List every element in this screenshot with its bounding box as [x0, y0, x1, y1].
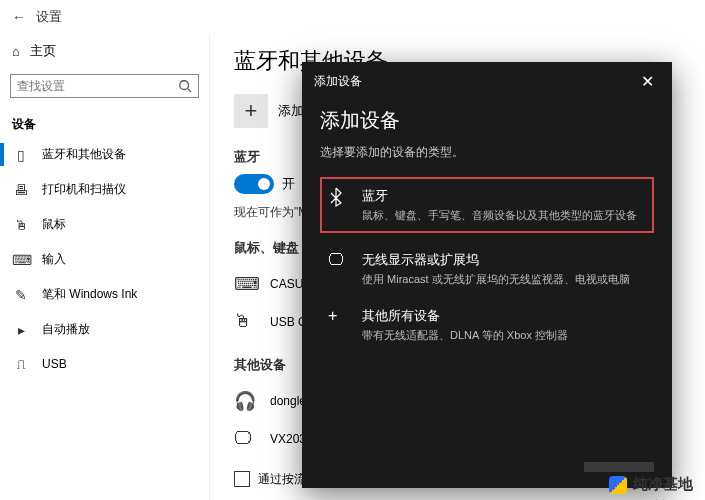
- close-button[interactable]: ✕: [635, 72, 660, 91]
- option-title: 蓝牙: [362, 187, 646, 205]
- home-link[interactable]: ⌂ 主页: [0, 34, 209, 68]
- keyboard-device-icon: ⌨: [234, 273, 262, 295]
- nav-label: USB: [42, 357, 67, 371]
- home-icon: ⌂: [12, 44, 20, 59]
- search-icon: [178, 79, 192, 93]
- toggle-state-label: 开: [282, 175, 295, 193]
- dialog-titlebar-label: 添加设备: [314, 73, 362, 90]
- autoplay-icon: ▸: [12, 322, 30, 338]
- sidebar: ⌂ 主页 设备 ▯ 蓝牙和其他设备 🖶 打印机和扫描仪 🖱 鼠标: [0, 34, 210, 500]
- bluetooth-toggle[interactable]: [234, 174, 274, 194]
- nav-mouse[interactable]: 🖱 鼠标: [0, 207, 209, 242]
- nav-usb[interactable]: ⎍ USB: [0, 347, 209, 381]
- nav-label: 打印机和扫描仪: [42, 181, 126, 198]
- nav-printers[interactable]: 🖶 打印机和扫描仪: [0, 172, 209, 207]
- dialog-subtitle: 选择要添加的设备的类型。: [320, 144, 654, 161]
- option-bluetooth[interactable]: 蓝牙 鼠标、键盘、手写笔、音频设备以及其他类型的蓝牙设备: [320, 177, 654, 233]
- pen-icon: ✎: [12, 287, 30, 303]
- mouse-device-icon: 🖱: [234, 311, 262, 332]
- window-title: 设置: [36, 8, 62, 26]
- nav-label: 鼠标: [42, 216, 66, 233]
- add-device-dialog: 添加设备 ✕ 添加设备 选择要添加的设备的类型。 蓝牙 鼠标、键盘、手写笔、音频…: [302, 62, 672, 488]
- svg-point-0: [180, 81, 189, 90]
- nav-typing[interactable]: ⌨ 输入: [0, 242, 209, 277]
- printer-icon: 🖶: [12, 182, 30, 198]
- svg-line-1: [188, 89, 192, 93]
- option-everything-else[interactable]: + 其他所有设备 带有无线适配器、DLNA 等的 Xbox 控制器: [320, 297, 654, 353]
- nav-bluetooth[interactable]: ▯ 蓝牙和其他设备: [0, 137, 209, 172]
- plus-icon: +: [328, 307, 352, 343]
- device-name: dongle: [270, 394, 306, 408]
- home-label: 主页: [30, 42, 56, 60]
- watermark: 纯净基地: [609, 475, 693, 494]
- checkbox[interactable]: [234, 471, 250, 487]
- display-icon: 🖵: [328, 251, 352, 287]
- option-title: 无线显示器或扩展坞: [362, 251, 646, 269]
- option-desc: 使用 Miracast 或无线扩展坞的无线监视器、电视或电脑: [362, 272, 646, 287]
- plus-button[interactable]: +: [234, 94, 268, 128]
- search-field[interactable]: [17, 79, 178, 93]
- headset-icon: 🎧: [234, 390, 262, 412]
- option-wireless-display[interactable]: 🖵 无线显示器或扩展坞 使用 Miracast 或无线扩展坞的无线监视器、电视或…: [320, 241, 654, 297]
- section-label: 设备: [0, 112, 209, 137]
- nav-label: 自动播放: [42, 321, 90, 338]
- bluetooth-icon: [328, 187, 352, 223]
- window-titlebar: ← 设置: [0, 0, 705, 34]
- watermark-text: 纯净基地: [633, 475, 693, 494]
- watermark-logo: [609, 476, 627, 494]
- monitor-icon: 🖵: [234, 428, 262, 449]
- search-input[interactable]: [10, 74, 199, 98]
- dialog-titlebar: 添加设备 ✕: [302, 62, 672, 101]
- nav-pen[interactable]: ✎ 笔和 Windows Ink: [0, 277, 209, 312]
- mouse-icon: 🖱: [12, 217, 30, 233]
- nav-autoplay[interactable]: ▸ 自动播放: [0, 312, 209, 347]
- back-icon[interactable]: ←: [12, 9, 26, 25]
- option-title: 其他所有设备: [362, 307, 646, 325]
- nav-label: 输入: [42, 251, 66, 268]
- bluetooth-icon: ▯: [12, 147, 30, 163]
- keyboard-icon: ⌨: [12, 252, 30, 268]
- nav-label: 笔和 Windows Ink: [42, 286, 137, 303]
- nav-label: 蓝牙和其他设备: [42, 146, 126, 163]
- dialog-title: 添加设备: [320, 107, 654, 134]
- usb-icon: ⎍: [12, 356, 30, 372]
- option-desc: 带有无线适配器、DLNA 等的 Xbox 控制器: [362, 328, 646, 343]
- option-desc: 鼠标、键盘、手写笔、音频设备以及其他类型的蓝牙设备: [362, 208, 646, 223]
- dialog-footer-button[interactable]: [584, 462, 654, 472]
